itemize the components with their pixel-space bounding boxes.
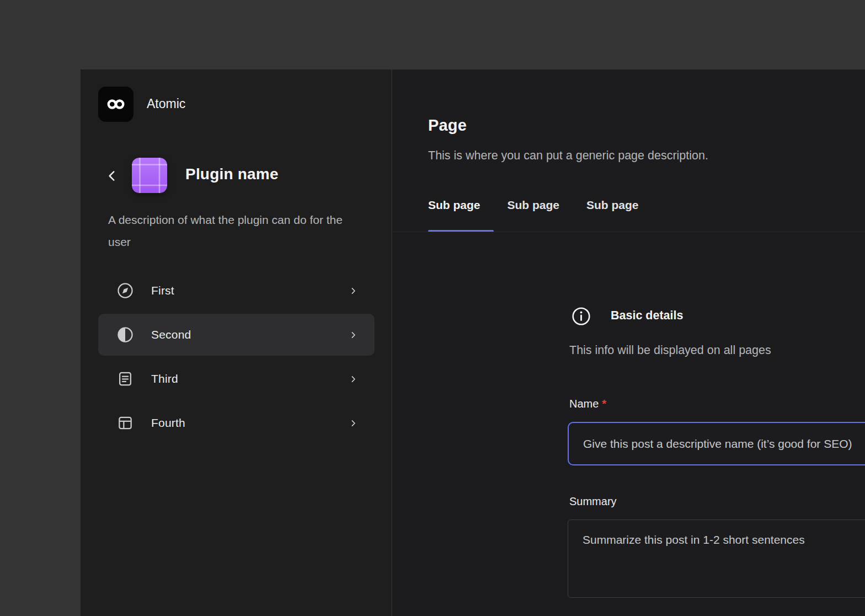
- tab-sub-page-1[interactable]: Sub page: [428, 199, 480, 212]
- atomic-logo: [98, 87, 134, 122]
- name-input[interactable]: [568, 422, 865, 465]
- back-button[interactable]: [104, 168, 120, 184]
- summary-textarea[interactable]: [568, 519, 865, 598]
- plugin-name: Plugin name: [185, 165, 279, 183]
- sidebar-item-fourth[interactable]: Fourth: [98, 402, 375, 444]
- note-icon: [116, 370, 134, 388]
- name-label: Name*: [569, 398, 606, 410]
- plugin-grid-icon: [132, 158, 167, 193]
- tab-bar-divider: [393, 232, 865, 232]
- sidebar-item-second[interactable]: Second: [98, 314, 375, 356]
- sidebar-item-label: Fourth: [151, 416, 185, 430]
- sidebar-item-label: First: [151, 284, 174, 297]
- plugin-window: Atomic: [81, 69, 865, 616]
- tab-bar: Sub page Sub page Sub page: [428, 199, 639, 212]
- page-description: This is where you can put a generic page…: [428, 149, 708, 163]
- section-title: Basic details: [611, 309, 683, 323]
- contrast-icon: [116, 326, 134, 344]
- chevron-right-icon: [348, 418, 358, 428]
- tab-sub-page-3[interactable]: Sub page: [586, 199, 639, 212]
- app-name: Atomic: [147, 97, 185, 111]
- plugin-description: A description of what the plugin can do …: [108, 209, 365, 253]
- sidebar: Atomic: [81, 69, 392, 616]
- section-subtitle: This info will be displayed on all pages: [569, 344, 771, 357]
- sidebar-item-label: Second: [151, 328, 191, 341]
- chevron-right-icon: [348, 330, 358, 340]
- compass-icon: [116, 282, 134, 299]
- sidebar-item-label: Third: [151, 372, 178, 385]
- chevron-right-icon: [348, 286, 358, 296]
- chevron-left-icon: [105, 169, 119, 183]
- chevron-right-icon: [348, 374, 358, 384]
- layout-icon: [116, 414, 134, 432]
- summary-label: Summary: [569, 495, 617, 508]
- sidebar-item-first[interactable]: First: [98, 270, 375, 312]
- required-asterisk: *: [602, 398, 606, 410]
- main-panel: Page This is where you can put a generic…: [393, 69, 865, 616]
- sidebar-item-third[interactable]: Third: [98, 358, 375, 400]
- desktop-background: { "app": { "name": "Atomic" }, "sidebar"…: [0, 0, 865, 616]
- page-title: Page: [428, 116, 467, 135]
- tab-sub-page-2[interactable]: Sub page: [508, 199, 560, 212]
- infinity-icon: [106, 98, 125, 111]
- info-icon: [571, 306, 591, 326]
